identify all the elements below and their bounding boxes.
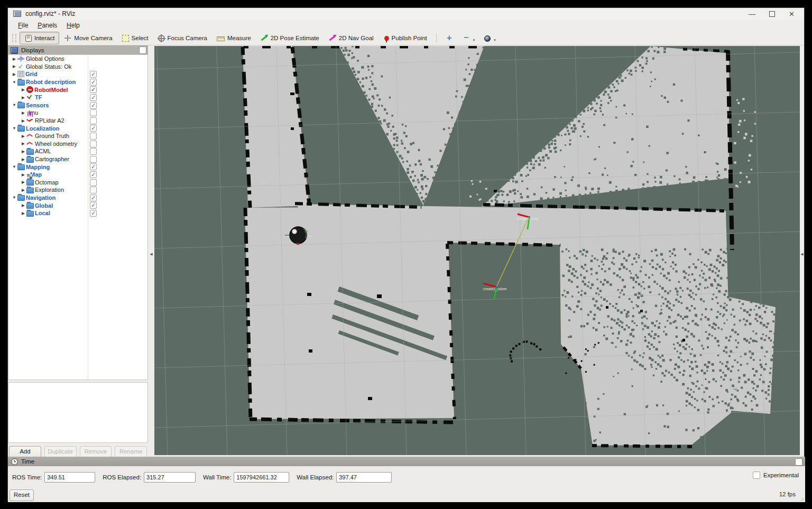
displays-panel-header[interactable]: Displays bbox=[8, 45, 148, 54]
resize-grip[interactable] bbox=[799, 496, 804, 501]
expand-arrow-icon[interactable]: ▶ bbox=[21, 87, 26, 92]
display-row-global-options[interactable]: ▶Global Options bbox=[8, 55, 147, 63]
tool-move-camera[interactable]: Move Camera bbox=[59, 32, 117, 44]
reset-button[interactable]: Reset bbox=[10, 489, 34, 501]
display-enabled-checkbox[interactable] bbox=[90, 141, 97, 147]
time-field-input-wall-time-[interactable] bbox=[234, 472, 289, 483]
tool-plus[interactable]: + bbox=[441, 32, 458, 44]
expand-arrow-icon[interactable]: ▶ bbox=[21, 141, 26, 146]
display-row-imu[interactable]: ▶Imu bbox=[8, 109, 147, 117]
expand-arrow-icon[interactable]: ▶ bbox=[21, 95, 26, 100]
tool-focus-camera[interactable]: Focus Camera bbox=[153, 32, 212, 44]
time-panel-detach-button[interactable] bbox=[795, 458, 802, 466]
display-row-sensors[interactable]: ▼Sensors✓ bbox=[8, 101, 147, 109]
display-enabled-checkbox[interactable]: ✓ bbox=[90, 79, 97, 86]
display-row-cartographer[interactable]: ▶Cartographer bbox=[8, 155, 147, 163]
title-bar: config.rviz* - RViz — ✕ bbox=[8, 8, 804, 20]
display-row-robotmodel[interactable]: ▶RobotModel✓ bbox=[8, 86, 147, 94]
expand-arrow-icon[interactable]: ▶ bbox=[21, 134, 26, 138]
display-row-grid[interactable]: ▶Grid✓ bbox=[8, 70, 147, 78]
display-enabled-checkbox[interactable] bbox=[90, 187, 97, 193]
expand-arrow-icon[interactable]: ▶ bbox=[21, 188, 26, 192]
display-label: Robot description bbox=[26, 79, 76, 85]
tool-2d-pose-estimate[interactable]: 2D Pose Estimate bbox=[256, 32, 324, 44]
time-field-input-ros-time-[interactable] bbox=[44, 472, 95, 483]
display-enabled-checkbox[interactable]: ✓ bbox=[90, 171, 97, 178]
collapse-arrow-icon[interactable]: ▼ bbox=[12, 80, 17, 85]
menu-help[interactable]: Help bbox=[62, 21, 85, 30]
display-enabled-checkbox[interactable]: ✓ bbox=[90, 125, 97, 132]
display-row-acml[interactable]: ▶ACML bbox=[8, 147, 147, 155]
expand-arrow-icon[interactable]: ▶ bbox=[21, 203, 26, 208]
display-enabled-checkbox[interactable] bbox=[90, 156, 97, 163]
tool-interact[interactable]: Interact bbox=[20, 32, 59, 44]
collapse-arrow-icon[interactable]: ▼ bbox=[12, 164, 17, 169]
expand-arrow-icon[interactable]: ▶ bbox=[12, 57, 17, 61]
display-enabled-checkbox[interactable]: ✓ bbox=[90, 202, 97, 209]
time-panel-header[interactable]: Time bbox=[8, 457, 805, 466]
tool-minus[interactable]: −▾ bbox=[458, 32, 480, 44]
display-enabled-checkbox[interactable]: ✓ bbox=[90, 71, 97, 78]
display-row-wheel-odometry[interactable]: ▶Wheel odometry bbox=[8, 140, 147, 148]
display-enabled-checkbox[interactable]: ✓ bbox=[90, 102, 97, 109]
pin-icon bbox=[384, 36, 389, 41]
display-row-global[interactable]: ▶Global✓ bbox=[8, 201, 147, 209]
collapse-arrow-icon[interactable]: ▼ bbox=[12, 103, 17, 107]
collapse-arrow-icon[interactable]: ▼ bbox=[12, 195, 17, 200]
toolbar-handle[interactable] bbox=[12, 34, 16, 42]
display-row-global-status-ok[interactable]: ▶Global Status: Ok bbox=[8, 63, 147, 71]
display-enabled-checkbox[interactable] bbox=[90, 179, 97, 186]
display-label: Navigation bbox=[26, 195, 56, 201]
close-button[interactable]: ✕ bbox=[789, 10, 795, 18]
display-row-rplidar-a2[interactable]: ▶RPLidar A2 bbox=[8, 117, 147, 125]
display-enabled-checkbox[interactable] bbox=[90, 117, 97, 124]
expand-arrow-icon[interactable]: ▶ bbox=[21, 211, 26, 216]
experimental-checkbox[interactable] bbox=[753, 471, 760, 479]
expand-arrow-icon[interactable]: ▶ bbox=[21, 110, 26, 115]
expand-arrow-icon[interactable]: ▶ bbox=[21, 180, 26, 184]
left-splitter[interactable]: ◀ bbox=[148, 45, 154, 462]
tool-camera[interactable]: ▾ bbox=[479, 32, 501, 44]
time-field-input-ros-elapsed-[interactable] bbox=[144, 472, 196, 483]
time-field-input-wall-elapsed-[interactable] bbox=[336, 472, 392, 483]
minimize-button[interactable]: — bbox=[749, 10, 755, 18]
panel-detach-button[interactable] bbox=[139, 47, 146, 54]
expand-arrow-icon[interactable]: ▶ bbox=[21, 172, 26, 177]
display-row-localization[interactable]: ▼Localization✓ bbox=[8, 124, 147, 132]
tool-select[interactable]: Select bbox=[117, 32, 153, 44]
display-enabled-checkbox[interactable] bbox=[90, 133, 97, 140]
display-row-octomap[interactable]: ▶Octomap bbox=[8, 179, 147, 187]
display-row-robot-description[interactable]: ▼Robot description✓ bbox=[8, 78, 147, 86]
menu-file[interactable]: File bbox=[13, 21, 33, 30]
expand-arrow-icon[interactable]: ▶ bbox=[21, 149, 26, 154]
display-row-ground-truth[interactable]: ▶Ground Truth bbox=[8, 132, 147, 140]
collapse-arrow-icon[interactable]: ▼ bbox=[12, 126, 17, 131]
add-button[interactable]: Add bbox=[9, 446, 41, 458]
maximize-button[interactable] bbox=[769, 11, 775, 17]
display-enabled-checkbox[interactable] bbox=[90, 109, 97, 116]
tool-publish-point[interactable]: Publish Point bbox=[379, 32, 432, 44]
display-enabled-checkbox[interactable] bbox=[90, 148, 97, 155]
display-enabled-checkbox[interactable]: ✓ bbox=[90, 94, 97, 101]
expand-arrow-icon[interactable]: ▶ bbox=[12, 72, 17, 77]
display-row-navigation[interactable]: ▼Navigation✓ bbox=[8, 194, 147, 202]
display-row-local[interactable]: ▶Local✓ bbox=[8, 209, 147, 217]
display-enabled-checkbox[interactable]: ✓ bbox=[90, 163, 97, 170]
dropdown-arrow-icon[interactable]: ▾ bbox=[494, 38, 496, 42]
display-enabled-checkbox[interactable]: ✓ bbox=[90, 86, 97, 93]
menu-panels[interactable]: Panels bbox=[33, 21, 62, 30]
3d-viewport[interactable]: create2_map create2_odom create2_base_li… bbox=[154, 46, 800, 455]
display-enabled-checkbox[interactable]: ✓ bbox=[90, 195, 97, 201]
dropdown-arrow-icon[interactable]: ▾ bbox=[473, 38, 475, 42]
expand-arrow-icon[interactable]: ▶ bbox=[21, 118, 26, 123]
tool-2d-nav-goal[interactable]: 2D Nav Goal bbox=[324, 32, 379, 44]
display-enabled-checkbox[interactable]: ✓ bbox=[90, 210, 97, 217]
display-row-exploration[interactable]: ▶Exploration bbox=[8, 186, 147, 194]
display-row-map[interactable]: ▶Map✓ bbox=[8, 171, 147, 179]
expand-arrow-icon[interactable]: ▶ bbox=[12, 64, 17, 69]
move-icon bbox=[64, 34, 71, 42]
expand-arrow-icon[interactable]: ▶ bbox=[21, 157, 26, 162]
tool-measure[interactable]: Measure bbox=[212, 32, 256, 44]
display-row-tf[interactable]: ▶TF✓ bbox=[8, 94, 147, 101]
display-row-mapping[interactable]: ▼Mapping✓ bbox=[8, 163, 147, 171]
